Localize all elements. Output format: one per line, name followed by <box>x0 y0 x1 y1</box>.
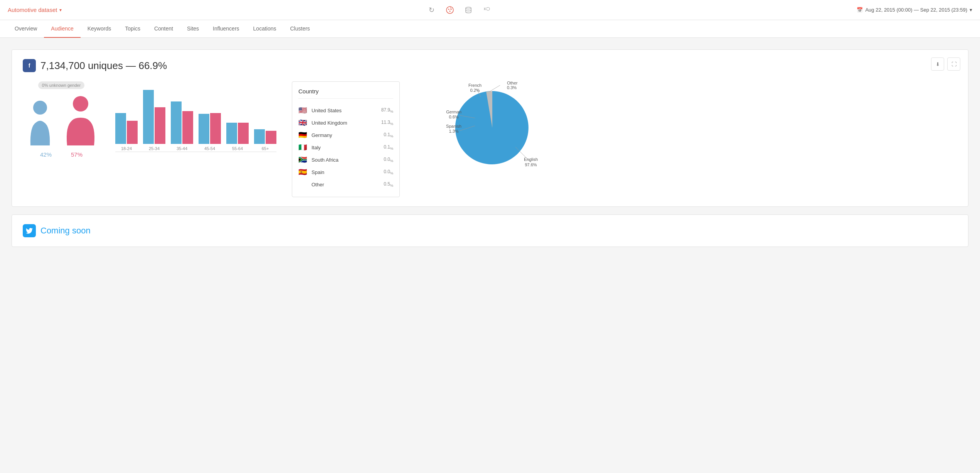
bar-pink-25-34 <box>155 107 165 144</box>
svg-point-4 <box>466 7 471 9</box>
svg-point-7 <box>70 122 91 136</box>
fb-uniques: 7,134,700 uniques <box>40 60 123 71</box>
flag-za: 🇿🇦 <box>298 155 308 164</box>
nav-topics[interactable]: Topics <box>118 20 147 38</box>
fb-actions: ⬇ ⛶ <box>931 57 960 71</box>
nav-keywords[interactable]: Keywords <box>81 20 118 38</box>
country-row-other: 🌐 Other 0.5% <box>298 178 393 191</box>
database-icon[interactable] <box>463 5 474 15</box>
dataset-title[interactable]: Automotive dataset ▾ <box>8 7 62 13</box>
download-button[interactable]: ⬇ <box>931 57 944 71</box>
wrench-icon[interactable] <box>482 5 492 15</box>
nav-sites[interactable]: Sites <box>180 20 206 38</box>
flag-it: 🇮🇹 <box>298 143 308 152</box>
male-figure <box>23 99 57 147</box>
twitter-header: Coming soon <box>23 224 957 237</box>
country-name-other: Other <box>312 182 380 188</box>
nav-audience[interactable]: Audience <box>44 20 80 38</box>
age-label-55-64: 55-64 <box>232 146 243 151</box>
toolbar-icons: ↻ <box>426 5 492 15</box>
country-name-za: South Africa <box>312 157 380 163</box>
pie-value-english: 97.6% <box>525 162 537 167</box>
nav-content[interactable]: Content <box>147 20 180 38</box>
age-bar-18-24: 18-24 <box>115 113 138 151</box>
fb-content: 0% unknown gender <box>23 81 957 197</box>
palette-icon[interactable] <box>445 5 455 15</box>
country-row-za: 🇿🇦 South Africa 0.0% <box>298 154 393 166</box>
country-name-de: Germany <box>312 132 380 138</box>
pie-value-other: 0.3% <box>507 85 517 90</box>
fb-percentage: 66.9% <box>138 60 167 71</box>
female-figure <box>61 95 100 147</box>
svg-point-5 <box>33 101 47 115</box>
country-pct-us: 87.9% <box>381 107 393 113</box>
bar-blue-55-64 <box>226 123 237 144</box>
image-button[interactable]: ⛶ <box>947 57 960 71</box>
age-label-18-24: 18-24 <box>121 146 132 151</box>
country-pct-it: 0.1% <box>384 144 393 150</box>
bar-pink-18-24 <box>127 121 138 144</box>
pie-label-german: German <box>446 110 461 114</box>
country-name-it: Italy <box>312 145 380 150</box>
flag-de: 🇩🇪 <box>298 131 308 139</box>
bar-pink-65plus <box>266 131 276 144</box>
main-nav: Overview Audience Keywords Topics Conten… <box>0 20 980 38</box>
country-pct-es: 0.0% <box>384 169 393 175</box>
pie-label-spanish: Spanish <box>446 124 461 128</box>
svg-line-12 <box>490 85 500 91</box>
language-pie-chart: English 97.6% Spanish 1.3% German 0.6% F… <box>415 81 546 174</box>
refresh-icon[interactable]: ↻ <box>426 5 437 15</box>
country-pct-other: 0.5% <box>384 181 393 188</box>
calendar-icon: 📅 <box>857 7 863 13</box>
date-range: 📅 Aug 22, 2015 (00:00) — Sep 22, 2015 (2… <box>857 7 972 13</box>
age-label-25-34: 25-34 <box>149 146 160 151</box>
flag-us: 🇺🇸 <box>298 106 308 115</box>
country-name-es: Spain <box>312 169 380 175</box>
chevron-down-icon: ▾ <box>59 7 62 13</box>
pie-label-other: Other <box>507 81 518 85</box>
country-pct-za: 0.0% <box>384 157 393 163</box>
country-row-es: 🇪🇸 Spain 0.0% <box>298 166 393 178</box>
female-pct: 57% <box>71 151 83 158</box>
language-section: English 97.6% Spanish 1.3% German 0.6% F… <box>415 81 546 174</box>
facebook-icon: f <box>23 59 36 72</box>
age-bar-35-44: 35-44 <box>171 101 193 151</box>
country-section: Country 🇺🇸 United States 87.9% 🇬🇧 United… <box>292 81 400 197</box>
gender-percentages: 42% 57% <box>40 151 83 158</box>
country-pct-uk: 11.3% <box>381 120 393 126</box>
nav-clusters[interactable]: Clusters <box>283 20 317 38</box>
bar-pink-35-44 <box>182 111 193 144</box>
fb-header: f 7,134,700 uniques — 66.9% <box>23 59 957 72</box>
gender-figures <box>23 95 100 147</box>
topbar: Automotive dataset ▾ ↻ <box>0 0 980 20</box>
age-chart-section: 18-24 25-34 <box>115 81 276 152</box>
country-pct-de: 0.1% <box>384 132 393 138</box>
facebook-section: f 7,134,700 uniques — 66.9% ⬇ ⛶ 0% unkno… <box>12 49 968 207</box>
age-bar-45-54: 45-54 <box>199 113 221 151</box>
svg-point-1 <box>448 8 450 10</box>
nav-overview[interactable]: Overview <box>8 20 44 38</box>
bar-blue-25-34 <box>143 90 154 144</box>
pie-value-spanish: 1.3% <box>449 129 458 133</box>
country-row-uk: 🇬🇧 United Kingdom 11.3% <box>298 117 393 129</box>
fb-stats: 7,134,700 uniques — 66.9% <box>40 60 167 72</box>
svg-point-3 <box>450 10 451 12</box>
svg-point-6 <box>73 96 88 111</box>
pie-label-french: French <box>468 83 482 88</box>
bar-blue-18-24 <box>115 113 126 144</box>
bar-blue-65plus <box>254 129 265 144</box>
pie-value-german: 0.6% <box>449 115 458 119</box>
age-label-35-44: 35-44 <box>177 146 187 151</box>
age-label-65plus: 65+ <box>262 146 269 151</box>
nav-influencers[interactable]: Influencers <box>206 20 246 38</box>
twitter-icon <box>23 224 36 237</box>
bar-blue-35-44 <box>171 101 182 144</box>
unknown-gender-badge: 0% unknown gender <box>38 81 84 89</box>
bar-blue-45-54 <box>199 114 209 144</box>
bar-pink-45-54 <box>210 113 221 144</box>
age-bar-65plus: 65+ <box>254 129 276 151</box>
nav-locations[interactable]: Locations <box>246 20 283 38</box>
pie-label-english: English <box>524 157 538 162</box>
age-label-45-54: 45-54 <box>204 146 215 151</box>
twitter-coming-soon: Coming soon <box>40 226 91 236</box>
